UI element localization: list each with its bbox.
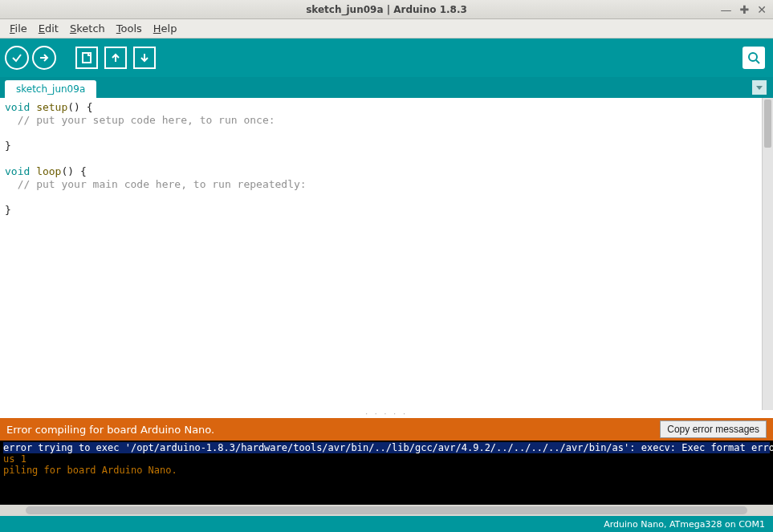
hscroll-thumb[interactable]	[26, 506, 747, 514]
tab-menu-button[interactable]	[752, 80, 767, 95]
new-button[interactable]	[75, 47, 98, 69]
app-window: sketch_jun09a | Arduino 1.8.3 — ✚ ✕ File…	[0, 0, 773, 532]
status-message: Error compiling for board Arduino Nano.	[6, 424, 653, 436]
menubar: File Edit Sketch Tools Help	[0, 19, 773, 39]
titlebar: sketch_jun09a | Arduino 1.8.3 — ✚ ✕	[0, 0, 773, 19]
upload-button[interactable]	[32, 46, 56, 70]
menu-edit[interactable]: Edit	[34, 21, 63, 36]
console-line: us 1	[3, 453, 26, 465]
menu-sketch[interactable]: Sketch	[65, 21, 110, 36]
menu-file[interactable]: File	[5, 21, 32, 36]
open-button[interactable]	[104, 47, 127, 69]
editor-area: void setup() { // put your setup code he…	[0, 98, 773, 410]
tab-sketch[interactable]: sketch_jun09a	[5, 80, 96, 98]
save-button[interactable]	[133, 47, 156, 69]
tab-label: sketch_jun09a	[16, 83, 85, 95]
window-buttons: — ✚ ✕	[721, 0, 767, 18]
splitter-handle[interactable]: · · · · ·	[0, 410, 773, 418]
toolbar	[0, 39, 773, 77]
menu-tools[interactable]: Tools	[112, 21, 147, 36]
menu-help[interactable]: Help	[148, 21, 182, 36]
verify-button[interactable]	[5, 46, 29, 70]
console-line-selected: error trying to exec '/opt/arduino-1.8.3…	[3, 442, 770, 453]
console-hscroll[interactable]	[0, 505, 773, 516]
scrollbar-thumb[interactable]	[764, 99, 771, 148]
svg-line-5	[756, 60, 759, 63]
copy-error-button[interactable]: Copy error messages	[660, 420, 767, 438]
console-output[interactable]: error trying to exec '/opt/arduino-1.8.3…	[0, 441, 773, 505]
board-info: Arduino Nano, ATmega328 on COM1	[604, 519, 765, 530]
close-button[interactable]: ✕	[757, 3, 767, 16]
minimize-button[interactable]: —	[721, 3, 732, 16]
window-title: sketch_jun09a | Arduino 1.8.3	[306, 4, 467, 15]
footer: Arduino Nano, ATmega328 on COM1	[0, 516, 773, 532]
status-bar: Error compiling for board Arduino Nano. …	[0, 418, 773, 441]
code-editor[interactable]: void setup() { // put your setup code he…	[0, 98, 762, 410]
svg-marker-6	[756, 86, 763, 90]
editor-scrollbar[interactable]	[762, 98, 773, 410]
svg-point-4	[749, 53, 757, 61]
svg-rect-1	[83, 53, 91, 63]
serial-monitor-button[interactable]	[742, 47, 765, 69]
tabbar: sketch_jun09a	[0, 77, 773, 98]
maximize-button[interactable]: ✚	[740, 3, 750, 16]
console-line: piling for board Arduino Nano.	[3, 465, 177, 476]
